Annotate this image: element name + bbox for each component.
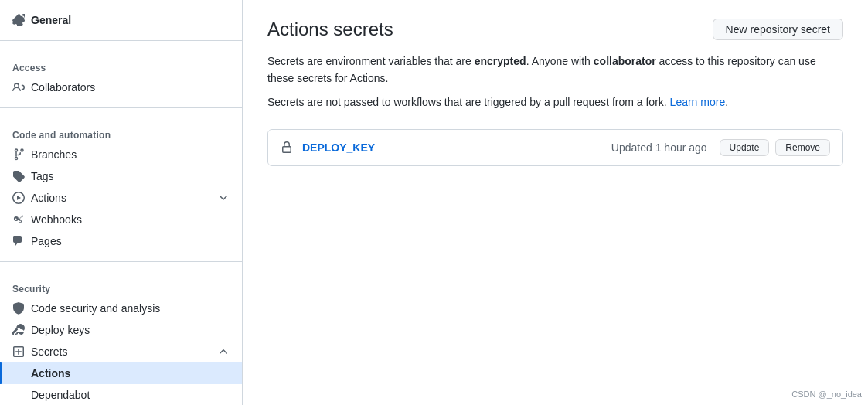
main-content: Actions secrets New repository secret Se… (243, 0, 868, 405)
sidebar-subitem-dependabot[interactable]: Dependabot (0, 384, 242, 405)
sidebar-item-secrets[interactable]: Secrets (0, 341, 242, 362)
tags-label: Tags (31, 170, 54, 182)
sidebar-item-branches[interactable]: Branches (0, 144, 242, 165)
sidebar-general-label: General (31, 14, 71, 26)
webhooks-label: Webhooks (31, 213, 82, 226)
pages-icon (12, 235, 25, 247)
learn-more-link[interactable]: Learn more (670, 96, 726, 108)
sidebar: General Access Collaborators Code and au… (0, 0, 243, 405)
collaborators-label: Collaborators (31, 81, 95, 94)
secret-row: DEPLOY_KEY Updated 1 hour ago Update Rem… (268, 130, 842, 165)
key-icon (12, 324, 25, 336)
sidebar-subitem-actions[interactable]: Actions (0, 362, 242, 384)
deploy-keys-label: Deploy keys (31, 324, 90, 336)
sidebar-item-deploy-keys[interactable]: Deploy keys (0, 319, 242, 341)
sidebar-item-tags[interactable]: Tags (0, 165, 242, 187)
page-header: Actions secrets New repository secret (267, 19, 843, 40)
description-2: Secrets are not passed to workflows that… (267, 94, 843, 111)
secret-updated: Updated 1 hour ago (611, 141, 707, 154)
secret-name: DEPLOY_KEY (302, 141, 611, 154)
sidebar-item-pages[interactable]: Pages (0, 230, 242, 252)
webhook-icon (12, 213, 25, 226)
pages-label: Pages (31, 235, 62, 247)
sidebar-section-access: Access (0, 50, 242, 77)
play-icon (12, 192, 25, 204)
secrets-container: DEPLOY_KEY Updated 1 hour ago Update Rem… (267, 129, 843, 166)
sidebar-item-general[interactable]: General (0, 9, 242, 31)
update-button[interactable]: Update (720, 139, 770, 156)
sidebar-section-code-automation: Code and automation (0, 117, 242, 144)
tag-icon (12, 170, 25, 182)
shield-icon (12, 302, 25, 315)
description-1: Secrets are environment variables that a… (267, 53, 843, 87)
sidebar-item-code-security[interactable]: Code security and analysis (0, 298, 242, 319)
sidebar-divider-3 (0, 261, 242, 262)
sidebar-section-security: Security (0, 271, 242, 298)
lock-icon (281, 141, 293, 154)
plus-square-icon (12, 345, 25, 358)
gear-icon (12, 14, 25, 26)
secrets-label: Secrets (31, 345, 67, 358)
sidebar-item-actions[interactable]: Actions (0, 187, 242, 209)
chevron-up-icon (217, 345, 230, 358)
chevron-down-icon (217, 192, 230, 204)
page-title: Actions secrets (267, 19, 393, 40)
actions-subitem-label: Actions (31, 367, 70, 379)
code-security-label: Code security and analysis (31, 302, 160, 315)
dependabot-subitem-label: Dependabot (31, 389, 90, 401)
people-icon (12, 81, 25, 94)
new-secret-button[interactable]: New repository secret (713, 19, 843, 40)
sidebar-divider-1 (0, 40, 242, 41)
sidebar-divider-2 (0, 107, 242, 108)
git-branch-icon (12, 148, 25, 161)
sidebar-item-webhooks[interactable]: Webhooks (0, 209, 242, 230)
branches-label: Branches (31, 148, 77, 161)
watermark: CSDN @_no_idea (791, 390, 862, 399)
actions-label: Actions (31, 192, 66, 204)
sidebar-item-collaborators[interactable]: Collaborators (0, 77, 242, 98)
remove-button[interactable]: Remove (775, 139, 830, 156)
